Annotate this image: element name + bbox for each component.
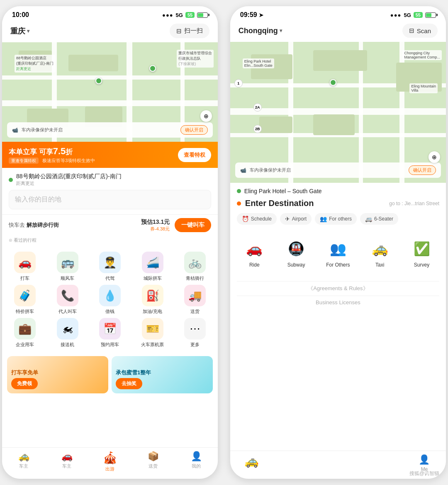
left-banner-1-text: 打车享免单 免费领 — [11, 369, 104, 389]
left-nav-car-icon: 🚗 — [61, 451, 73, 462]
right-confirm-open-btn[interactable]: 确认开启 — [409, 165, 436, 175]
left-camera-bar: 📹 车内录像保护未开启 确认开启 — [7, 122, 213, 138]
right-opt-6seater[interactable]: 🚐 6-Seater — [360, 213, 398, 225]
service-daijia[interactable]: 👨‍✈️ 代驾 — [90, 252, 129, 281]
right-srv-subway-icon: 🚇 — [284, 238, 308, 259]
left-banner-1[interactable]: 打车享免单 免费领 — [7, 356, 108, 393]
right-pickup-dot — [237, 189, 241, 193]
right-map: Eling Park HotelElin...South Gate Chongq… — [230, 42, 446, 183]
left-trip-history[interactable]: ⊙ 看过的行程 — [2, 237, 218, 247]
right-dest-label: Enter Destination — [245, 199, 314, 208]
service-yuyue-icon: 📅 — [99, 318, 121, 340]
right-opt-forothers-label: For others — [329, 216, 352, 222]
right-location-btn[interactable]: Chongqing ▾ — [239, 27, 282, 35]
left-call-btn[interactable]: 一键叫车 — [175, 218, 211, 232]
left-phone: 10:00 ●●● 5G 55 重庆 ▾ ⊟ 扫一扫 — [2, 6, 218, 479]
right-dest-main-row[interactable]: Enter Destination go to : Jie...trian St… — [237, 199, 439, 208]
service-jiayou[interactable]: ⛽ 加油/充电 — [133, 285, 172, 315]
right-location-chevron: ▾ — [280, 28, 282, 34]
left-scan-btn[interactable]: ⊟ 扫一扫 — [170, 24, 209, 38]
left-location-chevron: ▾ — [27, 28, 29, 34]
service-more[interactable]: ⋯ 更多 — [175, 318, 214, 348]
right-network: 5G — [404, 12, 411, 18]
left-scan-icon: ⊟ — [176, 27, 182, 35]
right-opt-airport-icon: ✈ — [285, 216, 290, 222]
right-camera-notice: 车内录像保护未开启 — [250, 167, 404, 173]
service-yuyue[interactable]: 📅 预约用车 — [90, 318, 129, 348]
right-srv-taxi[interactable]: 🚕 Taxi — [368, 238, 392, 268]
left-nav-home[interactable]: 🚕 车主 — [2, 451, 45, 472]
service-dache-label: 打车 — [20, 275, 29, 281]
service-jie[interactable]: 💧 借钱 — [90, 285, 129, 315]
left-banner-1-title: 打车享免单 — [11, 369, 104, 376]
right-srv-forothers[interactable]: 👥 For Others — [326, 238, 350, 268]
service-jiesongji[interactable]: 🏍 接送机 — [48, 318, 87, 348]
left-promo-banners: 打车享免单 免费领 承包蜜雪1整年 去抽奖 — [2, 353, 218, 397]
left-crosshair[interactable]: ⊕ — [200, 110, 212, 122]
right-nav-ride[interactable]: 🚕 — [230, 454, 273, 472]
left-nav-profile-icon: 👤 — [191, 451, 202, 462]
right-map-rd-2a: 2A — [253, 103, 262, 112]
right-crosshair[interactable]: ⊕ — [429, 151, 440, 163]
service-songhuo[interactable]: 🚚 送货 — [175, 285, 214, 315]
left-battery — [197, 12, 208, 18]
right-srv-forothers-label: For Others — [326, 262, 350, 268]
right-opt-airport[interactable]: ✈ Airport — [280, 213, 312, 225]
left-location-btn[interactable]: 重庆 ▾ — [10, 26, 29, 36]
left-dest-input[interactable]: 输入你的目的地 — [9, 190, 211, 209]
right-pickup-name: Eling Park Hotel – South Gate — [244, 188, 322, 194]
left-promo-action-btn[interactable]: 查看特权 — [178, 148, 211, 162]
right-nav-me[interactable]: 👤 Me — [403, 454, 446, 472]
left-service-grid: 🚗 打车 🚌 顺风车 👨‍✈️ 代驾 🚄 城际拼车 🚲 青桔骑行 🧳 特价拼车 … — [2, 247, 218, 353]
left-time: 10:00 — [12, 11, 29, 19]
service-dairen-label: 代人叫车 — [58, 308, 77, 315]
left-nav-delivery[interactable]: 📦 送货 — [131, 451, 175, 472]
service-tickets[interactable]: 🎫 火车票机票 — [133, 318, 172, 348]
service-qiye[interactable]: 💼 企业用车 — [5, 318, 44, 348]
service-tejia[interactable]: 🧳 特价拼车 — [5, 285, 44, 315]
right-battery — [425, 12, 436, 18]
left-nav-trip[interactable]: 🎪 出游 — [88, 451, 131, 472]
left-quick-ride: 快车去 解放碑步行街 预估13.1元 券-4.38元 一键叫车 — [2, 214, 218, 237]
service-chengji[interactable]: 🚄 城际拼车 — [133, 252, 172, 281]
right-srv-ride[interactable]: 🚗 Ride — [242, 238, 266, 268]
right-map-rd-2b: 2B — [253, 125, 262, 133]
left-header: 重庆 ▾ ⊟ 扫一扫 — [2, 22, 218, 42]
right-srv-subway[interactable]: 🚇 Subway — [284, 238, 308, 268]
left-confirm-open-btn[interactable]: 确认开启 — [180, 125, 208, 135]
right-nav-me-icon: 👤 — [419, 454, 430, 465]
right-pin-pickup — [330, 79, 336, 86]
right-opt-airport-label: Airport — [292, 216, 307, 222]
left-discount: 7.5 — [53, 146, 66, 156]
right-opt-schedule[interactable]: ⏰ Schedule — [237, 213, 277, 225]
left-nav-car[interactable]: 🚗 车主 — [45, 451, 88, 472]
right-agreements-link[interactable]: 《Agreements & Rules》 — [237, 285, 439, 292]
right-battery-pct: 55 — [414, 12, 423, 18]
left-quick-dest-text: 快车去 解放碑步行街 — [9, 221, 59, 229]
service-dairen[interactable]: 📞 代人叫车 — [48, 285, 87, 315]
right-pickup-row: Eling Park Hotel – South Gate — [237, 188, 439, 194]
service-dache[interactable]: 🚗 打车 — [5, 252, 44, 281]
right-licenses-link[interactable]: Business Licenses — [237, 299, 439, 306]
service-more-label: 更多 — [190, 342, 200, 348]
left-ride-info: 88号鹅岭公园酒店(重庆印制贰厂店)-南门 距离更近 输入你的目的地 — [2, 168, 218, 214]
right-opt-forothers[interactable]: 👥 For others — [315, 213, 357, 225]
right-dest-suggest: go to : Jie...trian Street — [318, 201, 439, 206]
left-price-discount: 券-4.38元 — [141, 226, 170, 232]
right-opt-6seater-label: 6-Seater — [374, 216, 393, 222]
right-srv-survey[interactable]: ✅ Survey — [410, 238, 434, 268]
left-banner-2[interactable]: 承包蜜雪1整年 去抽奖 — [112, 356, 213, 393]
left-banner-2-title: 承包蜜雪1整年 — [116, 369, 209, 376]
service-songhuo-label: 送货 — [190, 308, 200, 315]
left-promo-sub: 重逢专属特权 极速应答等3项特权生效中 — [9, 158, 178, 164]
service-songhuo-icon: 🚚 — [184, 285, 206, 306]
left-signal: ●●● — [162, 12, 173, 18]
service-shunfeng[interactable]: 🚌 顺风车 — [48, 252, 87, 281]
left-nav-profile[interactable]: 👤 我的 — [175, 451, 218, 472]
left-banner-1-action[interactable]: 免费领 — [11, 378, 38, 389]
service-qingju[interactable]: 🚲 青桔骑行 — [175, 252, 214, 281]
right-scan-label: Scan — [417, 27, 431, 34]
right-scan-btn[interactable]: ⊟ Scan — [402, 24, 438, 38]
left-banner-2-action[interactable]: 去抽奖 — [116, 378, 142, 389]
right-map-poi-2: Chongqing CityManagement Comp... — [402, 50, 442, 60]
